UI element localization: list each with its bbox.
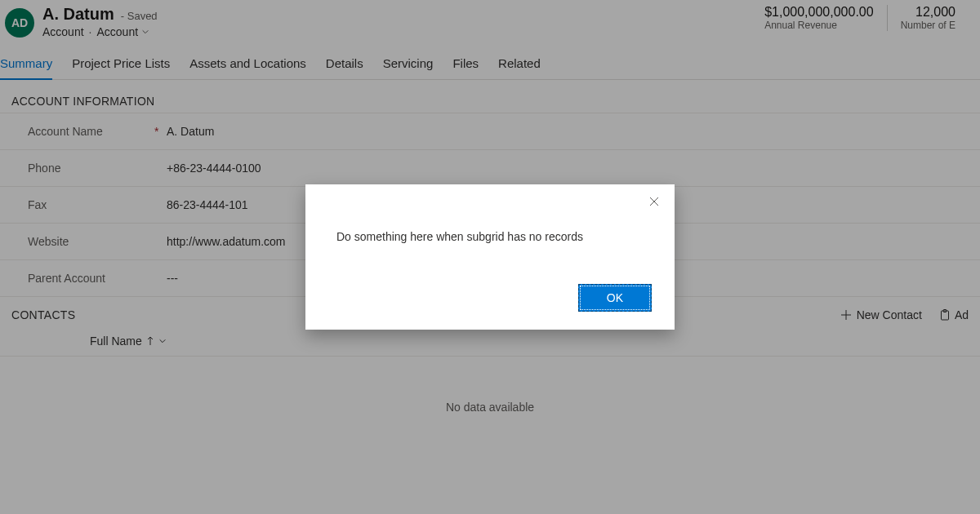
- dialog-close-button[interactable]: [648, 196, 660, 207]
- modal-overlay: Do something here when subgrid has no re…: [0, 0, 980, 514]
- dialog-ok-button[interactable]: OK: [578, 284, 652, 312]
- dialog-message: Do something here when subgrid has no re…: [336, 230, 652, 243]
- alert-dialog: Do something here when subgrid has no re…: [305, 184, 675, 330]
- close-icon: [648, 196, 660, 207]
